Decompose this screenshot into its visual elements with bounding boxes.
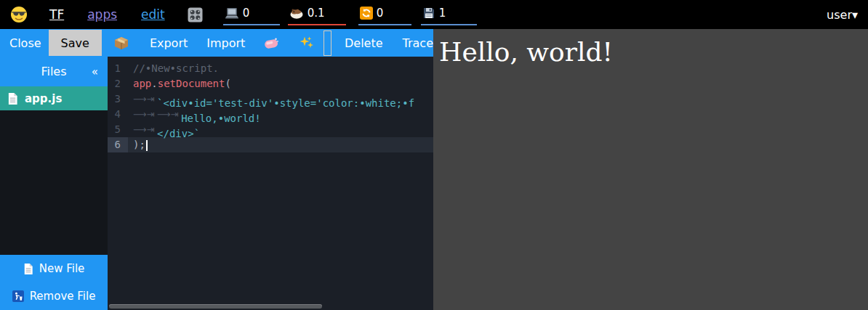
user-menu[interactable]: user▾: [827, 8, 858, 22]
litter-bin-icon: [12, 290, 24, 302]
collapse-sidebar-button[interactable]: «: [92, 65, 98, 78]
top-bar-left: TF apps edit: [10, 4, 477, 25]
export-button[interactable]: Export: [150, 36, 188, 50]
trace-button[interactable]: Trace: [403, 36, 433, 50]
refresh-stat-value: 0: [377, 7, 384, 20]
sunglasses-face-icon[interactable]: [10, 6, 28, 23]
line-number: 1: [108, 61, 128, 76]
line-number: 6: [108, 137, 128, 152]
app-window: TF apps edit: [0, 0, 868, 310]
laptop-icon: [225, 7, 239, 20]
code-line-content: );: [128, 137, 148, 152]
hamster-icon: [289, 7, 304, 19]
code-line-content: //•New•script.: [128, 61, 219, 76]
preview-heading: Hello, world!: [439, 36, 862, 68]
floppy-stat[interactable]: 1: [421, 4, 477, 25]
code-line[interactable]: 5⟶⇥</div>`: [108, 122, 433, 137]
code-line[interactable]: 3⟶⇥`<div•id='test-div'•style='color:•whi…: [108, 91, 433, 107]
floppy-disk-icon: [422, 7, 435, 20]
apps-link[interactable]: apps: [87, 7, 117, 22]
code-token: (: [225, 78, 230, 89]
preview-panel: Hello, world!: [433, 29, 868, 310]
close-button[interactable]: Close: [9, 36, 41, 50]
empty-slot-button[interactable]: [324, 30, 331, 56]
refresh-icon: [360, 7, 373, 20]
tab-marker: ⟶⇥: [133, 122, 157, 137]
remove-file-button[interactable]: Remove File: [0, 282, 108, 310]
floppy-stat-value: 1: [439, 7, 446, 20]
package-icon[interactable]: [113, 35, 129, 51]
top-bar: TF apps edit: [0, 0, 868, 29]
code-editor[interactable]: 1//•New•script.2app.setDocument(3⟶⇥`<div…: [108, 57, 433, 310]
editor-toolbar: Close Save Export Import: [0, 29, 433, 57]
files-header: Files «: [0, 57, 108, 86]
new-file-button[interactable]: New File: [0, 255, 108, 282]
new-file-label: New File: [39, 262, 85, 275]
sparkles-icon[interactable]: [300, 36, 314, 50]
soap-icon[interactable]: [263, 37, 279, 49]
code-line[interactable]: 2app.setDocument(: [108, 76, 433, 91]
code-line-content: app.setDocument(: [128, 76, 231, 91]
files-sidebar: Files « app.j: [0, 57, 108, 310]
code-line[interactable]: 6);: [108, 137, 433, 152]
delete-button[interactable]: Delete: [345, 36, 383, 50]
code-token: );: [133, 139, 145, 150]
new-document-icon: [23, 263, 33, 275]
code-line[interactable]: 4⟶⇥⟶⇥Hello,•world!: [108, 107, 433, 122]
code-line[interactable]: 1//•New•script.: [108, 61, 433, 76]
code-line-content: ⟶⇥`<div•id='test-div'•style='color:•whit…: [128, 91, 414, 107]
import-button[interactable]: Import: [206, 36, 245, 50]
tab-marker: ⟶⇥: [133, 107, 157, 122]
save-button[interactable]: Save: [49, 30, 102, 56]
remove-file-label: Remove File: [30, 290, 96, 303]
workspace: Files « app.j: [0, 57, 433, 310]
document-icon: [7, 92, 18, 105]
files-header-label: Files: [41, 65, 66, 78]
code-line-content: ⟶⇥</div>`: [128, 122, 200, 137]
brand-link[interactable]: TF: [49, 7, 64, 22]
text-cursor: [146, 140, 148, 151]
edit-link[interactable]: edit: [141, 7, 165, 22]
tab-marker: ⟶⇥: [157, 107, 181, 122]
line-number: 3: [108, 91, 128, 107]
line-number: 4: [108, 107, 128, 122]
code-token: .: [151, 78, 157, 89]
hamster-stat[interactable]: 0.1: [288, 4, 346, 25]
file-name: app.js: [25, 92, 62, 105]
main-area: Close Save Export Import: [0, 29, 868, 310]
line-number: 2: [108, 76, 128, 91]
code-token: app: [133, 78, 151, 89]
file-item-appjs[interactable]: app.js: [0, 86, 108, 110]
code-token: setDocument: [158, 78, 225, 89]
control-knobs-icon[interactable]: [188, 7, 203, 23]
code-line-content: ⟶⇥⟶⇥Hello,•world!: [128, 107, 261, 122]
code-lines: 1//•New•script.2app.setDocument(3⟶⇥`<div…: [108, 61, 433, 152]
horizontal-scrollbar[interactable]: [109, 304, 322, 309]
line-number: 5: [108, 122, 128, 137]
hamster-stat-value: 0.1: [308, 7, 325, 20]
tab-marker: ⟶⇥: [133, 91, 157, 107]
laptop-stat-value: 0: [243, 7, 250, 20]
left-pane: Close Save Export Import: [0, 29, 433, 310]
laptop-stat[interactable]: 0: [223, 4, 280, 25]
refresh-stat[interactable]: 0: [358, 4, 411, 25]
code-token: //•New•script.: [133, 62, 219, 74]
sidebar-spacer: [0, 110, 108, 255]
code-token: </div>`: [157, 128, 200, 139]
